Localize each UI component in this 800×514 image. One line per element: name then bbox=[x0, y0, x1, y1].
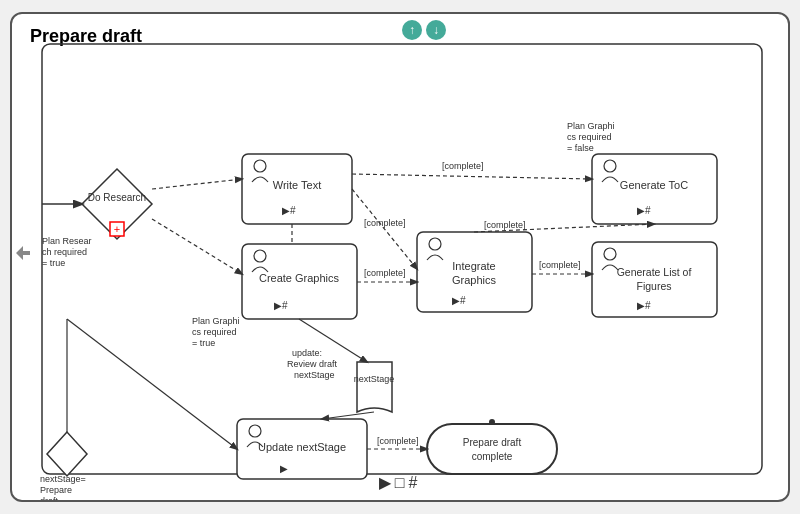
svg-text:▶#: ▶# bbox=[637, 205, 651, 216]
svg-text:[complete]: [complete] bbox=[442, 161, 484, 171]
svg-text:Create Graphics: Create Graphics bbox=[259, 272, 340, 284]
diagram-svg: Do Research + Plan Resear ch required = … bbox=[12, 14, 788, 500]
svg-rect-20 bbox=[417, 232, 532, 312]
svg-text:Write Text: Write Text bbox=[273, 179, 322, 191]
svg-text:cs required: cs required bbox=[192, 327, 237, 337]
svg-line-55 bbox=[152, 219, 242, 274]
svg-text:+: + bbox=[114, 223, 120, 235]
svg-text:cs required: cs required bbox=[567, 132, 612, 142]
svg-text:▶#: ▶# bbox=[282, 205, 296, 216]
svg-text:update:: update: bbox=[292, 348, 322, 358]
svg-text:Figures: Figures bbox=[636, 280, 671, 292]
svg-text:Generate ToC: Generate ToC bbox=[620, 179, 688, 191]
svg-text:draft: draft bbox=[40, 496, 59, 500]
svg-text:complete: complete bbox=[472, 451, 513, 462]
svg-text:Do Research: Do Research bbox=[88, 192, 146, 203]
svg-text:Generate List of: Generate List of bbox=[617, 266, 692, 278]
svg-text:▶#: ▶# bbox=[452, 295, 466, 306]
svg-text:= true: = true bbox=[192, 338, 215, 348]
svg-text:= false: = false bbox=[567, 143, 594, 153]
toolbar-icons[interactable]: ▶□# bbox=[379, 474, 422, 491]
svg-text:Plan Resear: Plan Resear bbox=[42, 236, 92, 246]
svg-text:▶#: ▶# bbox=[274, 300, 288, 311]
svg-text:Prepare draft: Prepare draft bbox=[463, 437, 522, 448]
svg-text:Review draft: Review draft bbox=[287, 359, 338, 369]
svg-text:nextStage: nextStage bbox=[294, 370, 335, 380]
svg-rect-45 bbox=[427, 424, 557, 474]
svg-text:[complete]: [complete] bbox=[377, 436, 419, 446]
svg-text:[complete]: [complete] bbox=[364, 268, 406, 278]
svg-text:Update nextStage: Update nextStage bbox=[258, 441, 346, 453]
svg-text:[complete]: [complete] bbox=[539, 260, 581, 270]
svg-line-56 bbox=[352, 189, 417, 269]
svg-line-54 bbox=[152, 179, 242, 189]
svg-line-68 bbox=[322, 412, 374, 419]
diagram-container: Prepare draft ↑ ↓ Do Research + Plan Res… bbox=[10, 12, 790, 502]
svg-marker-49 bbox=[47, 432, 87, 476]
svg-text:ch required: ch required bbox=[42, 247, 87, 257]
svg-point-48 bbox=[489, 419, 495, 425]
svg-text:Plan Graphi: Plan Graphi bbox=[567, 121, 615, 131]
svg-text:▶#: ▶# bbox=[637, 300, 651, 311]
svg-text:[complete]: [complete] bbox=[484, 220, 526, 230]
svg-text:Graphics: Graphics bbox=[452, 274, 497, 286]
svg-text:= true: = true bbox=[42, 258, 65, 268]
svg-line-58 bbox=[352, 174, 592, 179]
svg-text:nextStage: nextStage bbox=[354, 374, 395, 384]
bottom-toolbar[interactable]: ▶□# bbox=[12, 473, 788, 492]
svg-text:[complete]: [complete] bbox=[364, 218, 406, 228]
svg-text:Plan Graphi: Plan Graphi bbox=[192, 316, 240, 326]
svg-text:Integrate: Integrate bbox=[452, 260, 495, 272]
